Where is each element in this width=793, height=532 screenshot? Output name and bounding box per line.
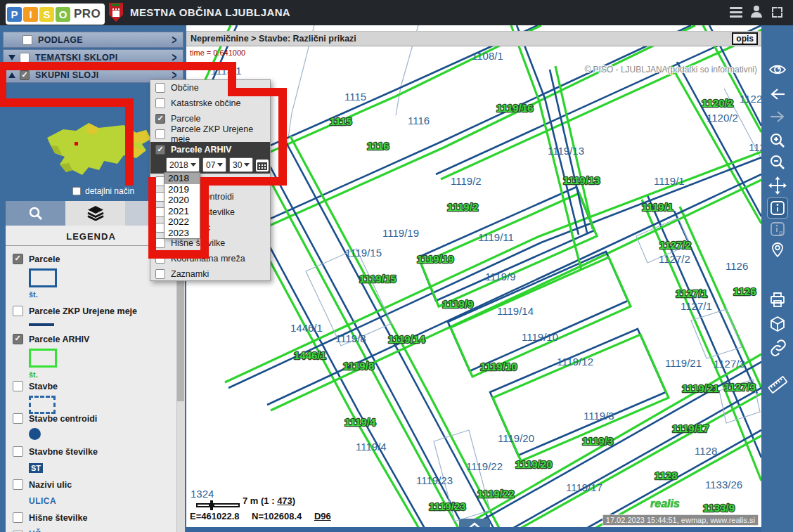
menu-icon[interactable] <box>730 7 742 20</box>
slovenia-overview-map[interactable] <box>28 111 155 186</box>
text-symbol: ULICA <box>29 496 56 506</box>
menu-checkbox[interactable] <box>155 114 165 124</box>
history-forward-button[interactable] <box>768 107 787 126</box>
measure-button[interactable] <box>768 375 787 394</box>
line-navy-symbol <box>29 323 54 326</box>
layer-checkbox[interactable] <box>13 334 23 344</box>
panel-podlage[interactable]: PODLAGE > <box>3 32 183 48</box>
share-link-button[interactable] <box>768 337 787 357</box>
parcele-arhiv-checkbox[interactable] <box>155 145 165 155</box>
print-button[interactable] <box>768 290 787 310</box>
red-highlight-band <box>148 177 156 259</box>
layer-checkbox[interactable] <box>13 479 23 490</box>
cadastral-map[interactable]: 1113/1111511161108/111221120/211211119/1… <box>186 25 761 532</box>
history-back-button[interactable] <box>768 84 787 104</box>
archive-parcel-number-label: 1119/14 <box>388 333 425 345</box>
menu-item-label: Parcele ZKP Urejene meje <box>171 124 270 144</box>
menu-checkbox[interactable] <box>155 129 165 139</box>
zoom-in-button[interactable] <box>768 131 787 150</box>
skupni-sloji-checkbox[interactable] <box>20 70 30 80</box>
view-3d-button[interactable] <box>768 315 787 335</box>
scale-ratio-link[interactable]: 473 <box>277 495 292 506</box>
parcel-number-label: 1119/17 <box>566 481 602 493</box>
month-select[interactable]: 07 <box>202 157 226 172</box>
view-eye-button[interactable] <box>768 60 787 79</box>
datum-link[interactable]: D96 <box>314 511 331 521</box>
parcel-number-label: 1119/3 <box>584 410 614 422</box>
identify-group-button[interactable]: g <box>768 219 787 239</box>
tematski-checkbox[interactable] <box>20 53 30 63</box>
parcel-line <box>448 252 628 371</box>
bottom-strip <box>186 527 761 532</box>
fullscreen-icon[interactable] <box>772 7 782 18</box>
legend-item[interactable]: Stavbne številkeST <box>13 446 174 474</box>
locate-button[interactable] <box>768 240 787 260</box>
layer-checkbox[interactable] <box>13 306 23 316</box>
menu-item[interactable]: Zaznamki <box>150 266 270 282</box>
day-select[interactable]: 30 <box>229 157 253 172</box>
red-highlight-band <box>148 250 209 259</box>
layer-checkbox[interactable] <box>13 413 23 424</box>
legend-item[interactable]: Parcele ZKP Urejene meje <box>13 306 174 326</box>
opis-button[interactable]: opis <box>732 32 758 45</box>
layer-checkbox[interactable] <box>13 512 23 523</box>
menu-checkbox[interactable] <box>155 83 165 93</box>
podlage-checkbox[interactable] <box>22 35 32 45</box>
tab-layers[interactable] <box>65 201 125 226</box>
scale-text: 7 m (1 : 473) <box>243 495 295 506</box>
map-canvas[interactable]: 1113/1111511161108/111221120/211211119/1… <box>186 25 761 532</box>
layer-checkbox[interactable] <box>13 381 23 391</box>
archive-parcel-number-label: 1128 <box>655 469 678 481</box>
user-icon[interactable] <box>751 6 762 18</box>
red-highlight-band <box>200 177 287 186</box>
layer-checkbox[interactable] <box>13 446 23 457</box>
pan-button[interactable] <box>768 176 787 195</box>
parcel-number-label: 1119/13 <box>548 145 584 157</box>
year-option[interactable]: 2020 <box>165 195 200 206</box>
menu-item[interactable]: Katastrske občine <box>150 96 270 111</box>
red-highlight-band <box>0 62 6 107</box>
year-option[interactable]: 2018 <box>165 173 200 184</box>
parcel-number-label: 1119/2 <box>451 175 482 187</box>
menu-checkbox[interactable] <box>155 269 165 279</box>
legend-item[interactable]: Nazivi ulicULICA <box>13 479 174 507</box>
legend-item[interactable]: Parcele ARHIVšt. <box>13 334 174 379</box>
tab-search[interactable] <box>6 201 65 226</box>
triangle-down-icon[interactable] <box>8 55 15 60</box>
year-option[interactable]: 2022 <box>165 216 200 228</box>
identify-button[interactable] <box>768 198 787 218</box>
archive-parcel-number-label: 1119/16 <box>496 102 534 114</box>
year-option[interactable]: 2023 <box>165 228 200 239</box>
red-highlight-band <box>0 62 236 70</box>
menu-item[interactable]: Parcele ZKP Urejene meje <box>150 126 270 142</box>
red-highlight-band <box>0 98 134 107</box>
triangle-up-icon[interactable] <box>8 72 15 78</box>
menu-item-parcele-arhiv[interactable]: Parcele ARHIV <box>150 142 270 157</box>
rect-dashed-symbol <box>29 396 56 414</box>
print-icon <box>768 291 787 309</box>
menu-checkbox[interactable] <box>155 238 165 248</box>
archive-parcel-number-label: 1115 <box>330 115 352 127</box>
logo-suffix: PRO <box>74 7 101 21</box>
parcel-number-label: 1119/19 <box>382 227 419 239</box>
year-select[interactable]: 2018 <box>166 157 200 172</box>
select-arrow-icon <box>217 163 223 167</box>
parcel-number-label: 1119/11 <box>478 231 514 243</box>
legend-item[interactable]: Stavbe centroidi <box>13 413 174 440</box>
legend-item[interactable]: Hišne številkeHŠ <box>13 512 174 532</box>
zoom-out-button[interactable] <box>768 153 787 172</box>
calendar-icon[interactable] <box>256 160 269 171</box>
parcel-number-label: 1128 <box>695 445 717 457</box>
menu-checkbox[interactable] <box>155 98 165 108</box>
legend-item[interactable]: Stavbe <box>13 381 174 414</box>
zoom-in-icon <box>768 131 787 150</box>
map-toolbar: g <box>761 25 793 532</box>
archive-parcel-number-label: 1119/23 <box>429 500 466 512</box>
year-option[interactable]: 2021 <box>165 206 200 217</box>
layer-checkbox[interactable] <box>13 254 23 264</box>
archive-parcel-number-label: 1120/2 <box>702 97 733 109</box>
piso-logo[interactable]: P I S O PRO <box>6 4 105 25</box>
year-option[interactable]: 2019 <box>165 184 200 195</box>
detail-mode-checkbox[interactable] <box>72 187 81 195</box>
detail-mode-row[interactable]: detajlni način <box>72 186 134 196</box>
